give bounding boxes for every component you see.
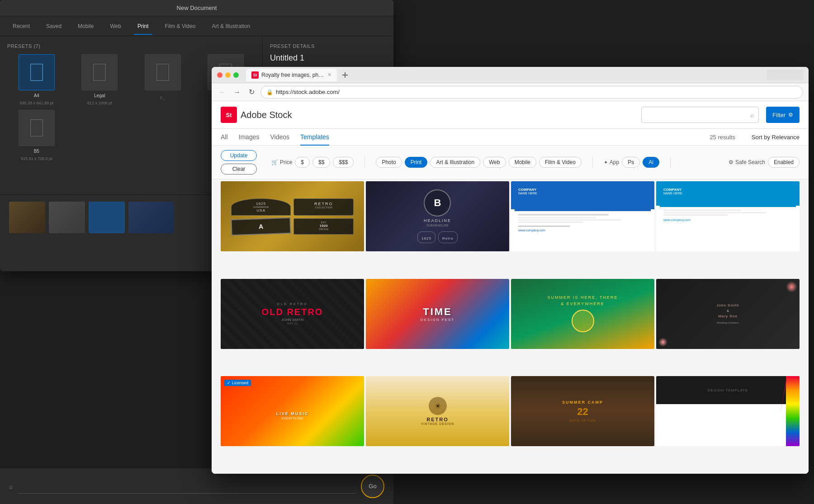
price-chips: $ $$ $$$ [295,157,354,168]
url-text: https://stock.adobe.com/ [276,89,340,95]
image-grid: 1825 HANDMADE USA RETRO COLLECTION A [212,179,809,474]
divider-2 [592,157,593,168]
stock-logo-text: Adobe Stock [241,110,292,120]
stock-search-icon: ⌕ [750,111,754,118]
price-chip-2[interactable]: $$ [312,157,330,168]
back-button[interactable]: ← [217,87,228,98]
tab-film-video[interactable]: Film & Video [161,21,199,31]
grid-image-7: SUMMER IS HERE, THERE & EVERYWHERE [511,279,654,349]
browser-window: St Royalty free images, photos, a ✕ ← → … [212,67,809,474]
tab-close-button[interactable]: ✕ [327,72,331,78]
preset-item-b5[interactable]: B5 515.91 x 728.5 pt [7,110,66,161]
tab-videos[interactable]: Videos [270,129,289,145]
safe-search-section: ⚙ Safe Search Enabled [729,157,800,168]
grid-item-12[interactable]: DESIGN TEMPLATE [656,376,800,472]
app-icon: ✦ [604,160,608,165]
browser-nav: ← → ↻ 🔒 https://stock.adobe.com/ [212,83,809,101]
grid-item-3[interactable]: COMPANY NAME HERE www.company.com [511,181,654,277]
format-chip-mobile[interactable]: Mobile [509,157,536,168]
tab-web[interactable]: Web [106,21,124,31]
grid-item-2[interactable]: B HEADLINE SUBHEADLINE 1825 Retro [366,181,509,277]
preset-name-legal: Legal [94,93,105,98]
preset-name-a4: A4 [34,93,39,98]
preset-thumb-selected [19,54,55,90]
grid-item-7[interactable]: SUMMER IS HERE, THERE & EVERYWHERE [511,279,654,375]
thumb-4[interactable] [128,202,174,233]
go-button[interactable]: Go [361,475,384,498]
format-chip-art[interactable]: Art & Illustration [430,157,480,168]
preset-thumb-b5 [19,110,55,146]
format-chip-photo[interactable]: Photo [376,157,402,168]
grid-image-9: ✓ Licensed LIVE MUSIC EVENT FLYER [221,376,364,446]
price-chip-1[interactable]: $ [295,157,310,168]
tab-bar: St Royalty free images, photos, a ✕ [246,69,762,81]
filter-button[interactable]: Filter ⚙ [766,107,800,123]
app-chip-ps[interactable]: Ps [622,157,640,168]
safe-search-label: ⚙ Safe Search [729,159,765,165]
format-chip-film[interactable]: Film & Video [539,157,582,168]
grid-item-8[interactable]: John Smith & Mary Doe Wedding Invitation [656,279,800,375]
svg-rect-4 [30,120,43,137]
tab-saved[interactable]: Saved [43,21,65,31]
tab-images[interactable]: Images [239,129,260,145]
thumb-1[interactable] [9,202,45,233]
tab-all[interactable]: All [221,129,228,145]
tab-templates[interactable]: Templates [300,129,329,145]
filter-bar: Update Clear 🛒 Price $ $$ $$$ Photo P [212,146,809,179]
tab-placeholder [767,70,803,80]
format-chip-print[interactable]: Print [405,157,428,168]
app-chips: Ps Ai [622,157,659,168]
refresh-button[interactable]: ↻ [246,87,257,98]
grid-item-9[interactable]: ✓ Licensed LIVE MUSIC EVENT FLYER [221,376,364,472]
bg-search-input[interactable] [18,479,355,494]
preset-name-b5: B5 [34,149,39,154]
browser-chrome: St Royalty free images, photos, a ✕ [212,67,809,83]
address-bar[interactable]: 🔒 https://stock.adobe.com/ [260,86,803,99]
tab-mobile[interactable]: Mobile [74,21,97,31]
stock-nav-tabs: All Images Videos Templates 25 results S… [212,129,809,146]
minimize-button[interactable] [225,72,231,78]
stock-logo-icon: St [221,107,237,123]
preset-size-b5: 515.91 x 728.5 pt [21,156,52,161]
active-browser-tab[interactable]: St Royalty free images, photos, a ✕ [246,69,337,81]
grid-item-6[interactable]: TIME DESIGN FEST [366,279,509,375]
preset-size-a4: 595.28 x 841.89 pt [19,101,53,105]
preset-item-legal[interactable]: Legal 612 x 1008 pt [71,54,129,105]
sort-button[interactable]: Sort by Relevance [752,129,800,145]
grid-item-10[interactable]: ☀ RETRO VINTAGE DESIGN [366,376,509,472]
format-chip-web[interactable]: Web [483,157,506,168]
forward-button[interactable]: → [232,87,242,98]
clear-button[interactable]: Clear [221,164,257,174]
app-chip-ai[interactable]: Ai [643,157,659,168]
gear-icon: ⚙ [729,159,734,165]
tab-title-text: Royalty free images, photos, a [261,72,325,78]
tab-recent[interactable]: Recent [9,21,33,31]
stock-search-bar[interactable]: ⌕ [641,107,759,123]
svg-rect-6 [342,75,348,75]
grid-image-6: TIME DESIGN FEST [366,279,509,349]
maximize-button[interactable] [233,72,239,78]
dialog-titlebar: New Document [0,0,393,16]
format-chips: Photo Print Art & Illustration Web Mobil… [376,157,581,168]
grid-item-1[interactable]: 1825 HANDMADE USA RETRO COLLECTION A [221,181,364,277]
close-button[interactable] [217,72,222,78]
preset-item-3[interactable]: 7... [133,54,192,105]
preset-thumb-3 [145,54,181,90]
thumb-2[interactable] [49,202,85,233]
thumb-3[interactable] [89,202,125,233]
tab-art[interactable]: Art & Illustration [208,21,254,31]
update-button[interactable]: Update [221,150,257,161]
price-chip-3[interactable]: $$$ [333,157,354,168]
adobe-stock-logo: St Adobe Stock [221,107,292,123]
preset-thumb-legal [81,54,118,90]
tab-print[interactable]: Print [134,21,152,31]
grid-image-10: ☀ RETRO VINTAGE DESIGN [366,376,509,446]
grid-item-11[interactable]: SUMMER CAMP 22 DAYS OF FUN [511,376,654,472]
new-tab-button[interactable] [339,69,351,81]
preset-item-selected[interactable]: A4 595.28 x 841.89 pt [7,54,66,105]
stock-search-input[interactable] [646,112,750,118]
grid-item-5[interactable]: OLD RETRO OLD RETRO JOHN SMITH MAY 21 [221,279,364,375]
search-icon-bg: ⌕ [9,483,13,490]
grid-item-4[interactable]: COMPANY NAME HERE www.company.com [656,181,800,277]
safe-search-enabled-chip[interactable]: Enabled [768,157,800,168]
